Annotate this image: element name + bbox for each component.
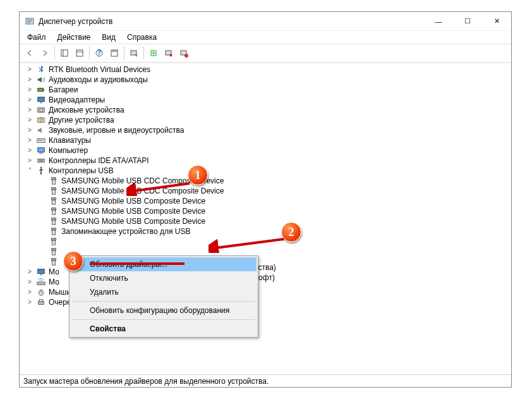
printer-icon (36, 297, 46, 307)
tree-item[interactable]: SAMSUNG Mobile USB CDC Composite Device (20, 176, 511, 186)
update-driver-button[interactable] (146, 46, 161, 61)
usb-icon (36, 166, 46, 176)
svg-text:?: ? (97, 49, 101, 57)
tree-item[interactable]: >Компьютер (20, 145, 511, 156)
svg-rect-30 (76, 50, 83, 56)
tree-item-label: Другие устройства (49, 116, 114, 125)
back-button[interactable] (22, 46, 37, 61)
tree-item[interactable]: >Батареи (20, 85, 511, 95)
maximize-button[interactable]: ☐ (453, 12, 482, 31)
tree-item-label: Контроллеры IDE ATA/ATAPI (49, 156, 149, 165)
uninstall-button[interactable] (176, 46, 191, 61)
usb-dev-icon (49, 186, 59, 196)
marker-3: 3 (63, 251, 83, 271)
tree-item[interactable]: SAMSUNG Mobile USB Composite Device (20, 216, 511, 226)
ctx-disable[interactable]: Отключить (71, 271, 257, 285)
tree-item[interactable]: >Другие устройства (20, 115, 511, 125)
window-title: Диспетчер устройств (39, 17, 424, 26)
expand-icon[interactable]: > (26, 75, 33, 85)
menu-file[interactable]: Файл (22, 32, 51, 43)
forward-button[interactable] (37, 46, 52, 61)
tree-item[interactable]: SAMSUNG Mobile USB Composite Device (20, 206, 511, 216)
ctx-refresh[interactable]: Обновить конфигурацию оборудования (71, 304, 257, 317)
expand-icon[interactable]: > (26, 95, 33, 105)
mouse-icon (36, 287, 46, 297)
usb-dev-icon (49, 176, 59, 186)
separator (54, 47, 55, 59)
expand-icon[interactable]: > (26, 287, 33, 297)
tree-item[interactable]: >Аудиовходы и аудиовыходы (20, 75, 511, 85)
separator (72, 301, 255, 302)
separator (124, 47, 124, 59)
tree-item-label: Клавиатуры (49, 136, 91, 145)
tree-item-label: SAMSUNG Mobile USB Composite Device (61, 197, 205, 206)
tree-item[interactable]: >Контроллеры IDE ATA/ATAPI (20, 156, 511, 166)
expand-icon[interactable]: > (26, 267, 33, 277)
tree-item-label: Компьютер (49, 146, 88, 155)
expand-icon[interactable]: > (26, 85, 33, 95)
unknown-icon (36, 115, 46, 125)
tree-item[interactable] (20, 236, 511, 247)
expand-icon[interactable]: > (26, 135, 33, 145)
expand-icon[interactable]: > (26, 64, 33, 75)
tree-item[interactable]: >Звуковые, игровые и видеоустройства (20, 125, 511, 135)
disk-icon (36, 105, 46, 115)
app-icon (25, 16, 35, 27)
computer-icon (36, 145, 46, 156)
properties-button[interactable] (107, 46, 122, 61)
expand-icon[interactable]: > (26, 297, 33, 307)
display-icon (36, 267, 46, 277)
ctx-properties[interactable]: Свойства (71, 322, 257, 336)
tree-item[interactable]: SAMSUNG Mobile USB Composite Device (20, 196, 511, 206)
expand-icon[interactable]: > (26, 105, 33, 115)
modem-icon (36, 277, 46, 287)
expand-icon[interactable]: ˅ (26, 166, 33, 176)
separator (143, 47, 144, 59)
expand-icon[interactable]: > (26, 125, 33, 135)
bluetooth-icon (36, 64, 46, 75)
minimize-button[interactable]: — (424, 12, 453, 31)
disable-button[interactable] (161, 46, 176, 61)
menu-action[interactable]: Действие (52, 32, 96, 43)
expand-icon[interactable]: > (26, 277, 33, 287)
view-button[interactable] (72, 46, 87, 61)
menu-view[interactable]: Вид (97, 32, 121, 43)
show-hide-tree-button[interactable] (57, 46, 72, 61)
tree-item-label: SAMSUNG Mobile USB Composite Device (61, 207, 205, 216)
tree-item-label: Видеоадаптеры (49, 95, 105, 104)
tree-item-label: Мо (49, 278, 59, 286)
tree-item-label: Звуковые, игровые и видеоустройства (49, 126, 184, 135)
context-menu: Обновить драйверы... Отключить Удалить О… (69, 255, 258, 338)
tree-item[interactable]: SAMSUNG Mobile USB CDC Composite Device (20, 186, 511, 196)
tree-item[interactable]: >Видеоадаптеры (20, 95, 511, 105)
ctx-update-drivers[interactable]: Обновить драйверы... (71, 257, 257, 271)
audio-icon (36, 75, 46, 85)
usb-dev-icon (49, 226, 59, 236)
usb-dev-icon (49, 196, 59, 206)
usb-dev-icon (49, 236, 59, 247)
tree-item[interactable]: >RTK Bluetooth Virtual Devices (20, 64, 511, 75)
menu-help[interactable]: Справка (122, 32, 162, 43)
tree-item-label: Дисковые устройства (49, 106, 124, 114)
menubar: Файл Действие Вид Справка (20, 31, 511, 44)
tree-item-label: Запоминающее устройство для USB (61, 227, 190, 236)
separator (89, 47, 90, 59)
scan-button[interactable] (126, 46, 142, 61)
tree-item[interactable]: ˅Контроллеры USB (20, 166, 511, 176)
expand-icon[interactable]: > (26, 145, 33, 156)
tree-item[interactable]: >Клавиатуры (20, 135, 511, 145)
tree-item-label: Аудиовходы и аудиовыходы (49, 75, 148, 84)
tree-item-label: SAMSUNG Mobile USB Composite Device (61, 217, 205, 226)
usb-dev-icon (49, 206, 59, 216)
help-button[interactable]: ? (92, 46, 107, 61)
usb-dev-icon (49, 216, 59, 226)
toolbar: ? (20, 44, 511, 63)
tree-item[interactable]: >Дисковые устройства (20, 105, 511, 115)
expand-icon[interactable]: > (26, 156, 33, 166)
ctx-delete[interactable]: Удалить (71, 285, 257, 299)
svg-point-40 (184, 54, 188, 58)
tree-item[interactable]: Запоминающее устройство для USB (20, 226, 511, 236)
expand-icon[interactable]: > (26, 115, 33, 125)
close-button[interactable]: ✕ (482, 12, 511, 31)
separator (72, 319, 255, 320)
